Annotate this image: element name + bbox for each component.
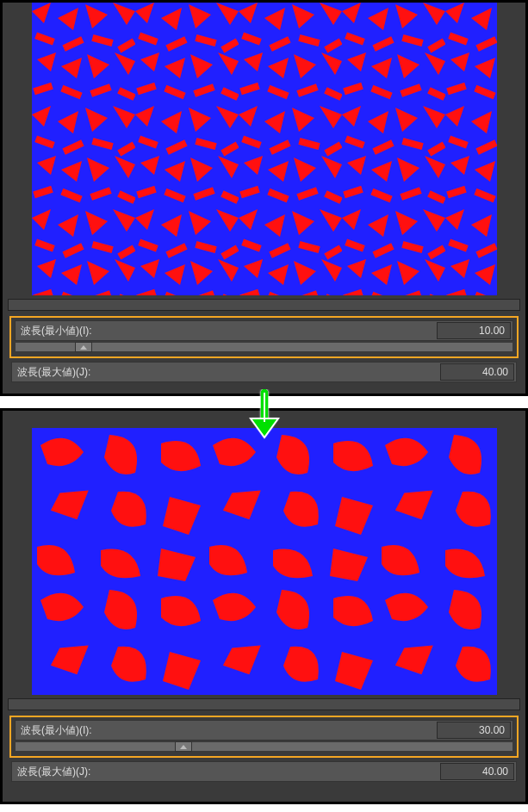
wavelength-min-label: 波長(最小値)(I): bbox=[17, 324, 437, 338]
wavelength-max-input[interactable] bbox=[440, 363, 514, 381]
slider-thumb-icon[interactable] bbox=[75, 342, 92, 352]
preview-after bbox=[32, 428, 497, 695]
wavelength-min-label: 波長(最小値)(I): bbox=[17, 723, 437, 738]
arrow-down-icon bbox=[244, 389, 285, 441]
wavelength-min-slider[interactable] bbox=[15, 342, 513, 352]
wave-pattern-small bbox=[32, 3, 497, 295]
panel-before: 波長(最小値)(I): 波長(最大値)(J): bbox=[0, 0, 528, 396]
wave-pattern-large bbox=[32, 428, 497, 695]
wavelength-max-group-after: 波長(最大値)(J): bbox=[11, 761, 517, 782]
wavelength-max-row: 波長(最大値)(J): bbox=[11, 761, 517, 782]
wavelength-min-input[interactable] bbox=[437, 322, 511, 339]
scrollbar-bottom[interactable] bbox=[8, 698, 520, 710]
wavelength-max-label: 波長(最大値)(J): bbox=[14, 765, 440, 779]
highlighted-param-group-after: 波長(最小値)(I): bbox=[9, 716, 519, 758]
wavelength-max-row: 波長(最大値)(J): bbox=[11, 362, 517, 382]
wavelength-max-label: 波長(最大値)(J): bbox=[14, 365, 440, 380]
svg-rect-26 bbox=[32, 428, 497, 695]
svg-rect-17 bbox=[32, 3, 497, 295]
wavelength-min-input[interactable] bbox=[437, 722, 511, 739]
wavelength-min-row: 波長(最小値)(I): bbox=[15, 320, 513, 341]
highlighted-param-group-before: 波長(最小値)(I): bbox=[9, 316, 519, 358]
wavelength-max-group-before: 波長(最大値)(J): bbox=[11, 362, 517, 382]
scrollbar-top[interactable] bbox=[8, 299, 520, 311]
preview-before bbox=[32, 3, 497, 295]
slider-thumb-icon[interactable] bbox=[175, 741, 192, 752]
wavelength-min-row: 波長(最小値)(I): bbox=[15, 720, 513, 741]
wavelength-max-input[interactable] bbox=[440, 763, 514, 780]
wavelength-min-slider[interactable] bbox=[15, 741, 513, 752]
panel-after: 波長(最小値)(I): 波長(最大値)(J): bbox=[0, 408, 528, 804]
